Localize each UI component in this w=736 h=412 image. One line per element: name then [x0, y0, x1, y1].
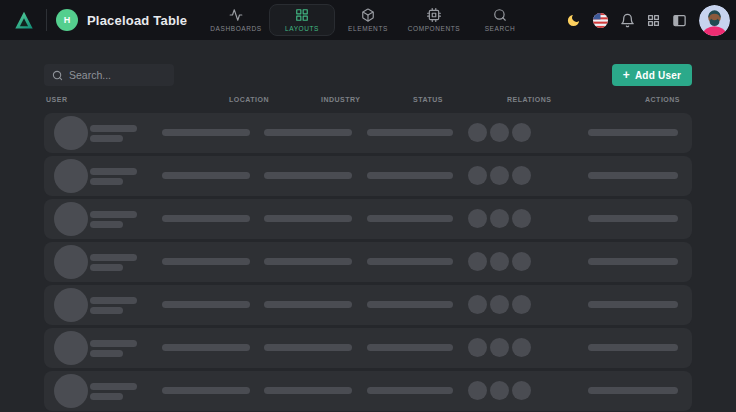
nav-item-label: COMPONENTS: [408, 25, 461, 32]
table-header: USER LOCATION INDUSTRY STATUS RELATIONS …: [44, 96, 692, 104]
search-input[interactable]: [69, 69, 166, 81]
location-placeholder: [162, 172, 250, 179]
column-header-location: LOCATION: [229, 96, 269, 103]
location-placeholder: [162, 215, 250, 222]
relation-avatar-placeholder: [468, 209, 487, 228]
relation-avatar-placeholder: [490, 209, 509, 228]
add-user-button[interactable]: + Add User: [612, 64, 692, 86]
relation-avatar-placeholder: [512, 166, 531, 185]
user-subtitle-placeholder: [90, 350, 123, 357]
relation-avatar-placeholder: [512, 252, 531, 271]
industry-placeholder: [264, 129, 352, 136]
user-avatar-placeholder: [54, 288, 88, 322]
nav-item-elements[interactable]: ELEMENTS: [335, 4, 401, 36]
user-name-placeholder: [90, 297, 137, 304]
search-box[interactable]: [44, 64, 174, 86]
project-avatar: H: [56, 9, 78, 31]
toolbar: + Add User: [44, 64, 692, 86]
table-row-skeleton: [44, 328, 692, 368]
industry-placeholder: [264, 301, 352, 308]
actions-placeholder: [588, 258, 678, 265]
actions-placeholder: [588, 344, 678, 351]
nav-item-layouts[interactable]: LAYOUTS: [269, 4, 335, 36]
user-name-placeholder: [90, 340, 137, 347]
user-avatar-placeholder: [54, 331, 88, 365]
user-subtitle-placeholder: [90, 221, 123, 228]
us-flag-icon[interactable]: [593, 13, 608, 28]
table-row-skeleton: [44, 199, 692, 239]
relation-avatar-placeholder: [468, 123, 487, 142]
column-header-relations: RELATIONS: [507, 96, 551, 103]
location-placeholder: [162, 129, 250, 136]
column-header-status: STATUS: [413, 96, 443, 103]
status-placeholder: [367, 387, 453, 394]
nav-item-label: ELEMENTS: [348, 25, 388, 32]
actions-placeholder: [588, 172, 678, 179]
search-icon: [52, 70, 63, 81]
navbar-right: [566, 5, 730, 36]
notifications-bell-icon[interactable]: [620, 13, 635, 28]
grid-icon: [295, 8, 309, 22]
relation-avatar-placeholder: [512, 123, 531, 142]
user-avatar-placeholder: [54, 374, 88, 408]
nav-item-label: LAYOUTS: [285, 25, 319, 32]
user-subtitle-placeholder: [90, 178, 123, 185]
user-avatar-placeholder: [54, 159, 88, 193]
relation-avatar-placeholder: [490, 252, 509, 271]
sidebar-toggle-icon[interactable]: [672, 13, 687, 28]
nav-item-dashboards[interactable]: DASHBOARDS: [203, 4, 269, 36]
location-placeholder: [162, 301, 250, 308]
industry-placeholder: [264, 344, 352, 351]
activity-icon: [229, 8, 243, 22]
relation-avatar-placeholder: [468, 166, 487, 185]
table-row-skeleton: [44, 371, 692, 411]
brand: H Placeload Table: [13, 9, 187, 32]
status-placeholder: [367, 344, 453, 351]
main-content: + Add User USER LOCATION INDUSTRY STATUS…: [0, 40, 736, 411]
relation-avatar-placeholder: [512, 209, 531, 228]
relation-avatar-placeholder: [490, 166, 509, 185]
status-placeholder: [367, 129, 453, 136]
nav-item-components[interactable]: COMPONENTS: [401, 4, 467, 36]
column-header-actions: ACTIONS: [645, 96, 680, 103]
actions-placeholder: [588, 387, 678, 394]
plus-icon: +: [623, 69, 630, 81]
brand-divider: [46, 9, 47, 31]
theme-toggle-moon-icon[interactable]: [566, 13, 581, 28]
user-subtitle-placeholder: [90, 393, 123, 400]
main-nav: DASHBOARDS LAYOUTS ELEMENTS COMPONENTS S…: [203, 0, 533, 40]
industry-placeholder: [264, 258, 352, 265]
column-header-user: USER: [46, 96, 67, 103]
user-name-placeholder: [90, 383, 137, 390]
relation-avatar-placeholder: [468, 338, 487, 357]
user-name-placeholder: [90, 254, 137, 261]
actions-placeholder: [588, 215, 678, 222]
top-navbar: H Placeload Table DASHBOARDS LAYOUTS ELE…: [0, 0, 736, 40]
status-placeholder: [367, 301, 453, 308]
status-placeholder: [367, 215, 453, 222]
column-header-industry: INDUSTRY: [321, 96, 361, 103]
location-placeholder: [162, 344, 250, 351]
triangle-logo-icon[interactable]: [13, 9, 35, 32]
nav-item-search[interactable]: SEARCH: [467, 4, 533, 36]
relation-avatar-placeholder: [468, 381, 487, 400]
relation-avatar-placeholder: [490, 123, 509, 142]
status-placeholder: [367, 258, 453, 265]
user-name-placeholder: [90, 125, 137, 132]
table-row-skeleton: [44, 242, 692, 282]
user-avatar[interactable]: [699, 5, 730, 36]
nav-item-label: SEARCH: [485, 25, 516, 32]
relation-avatar-placeholder: [512, 381, 531, 400]
cpu-icon: [427, 8, 441, 22]
table-row-skeleton: [44, 113, 692, 153]
box-icon: [361, 8, 375, 22]
relation-avatar-placeholder: [490, 338, 509, 357]
apps-grid-icon[interactable]: [647, 14, 660, 27]
add-user-label: Add User: [635, 70, 681, 81]
relation-avatar-placeholder: [468, 252, 487, 271]
user-subtitle-placeholder: [90, 307, 123, 314]
industry-placeholder: [264, 172, 352, 179]
location-placeholder: [162, 258, 250, 265]
user-name-placeholder: [90, 211, 137, 218]
user-subtitle-placeholder: [90, 264, 123, 271]
